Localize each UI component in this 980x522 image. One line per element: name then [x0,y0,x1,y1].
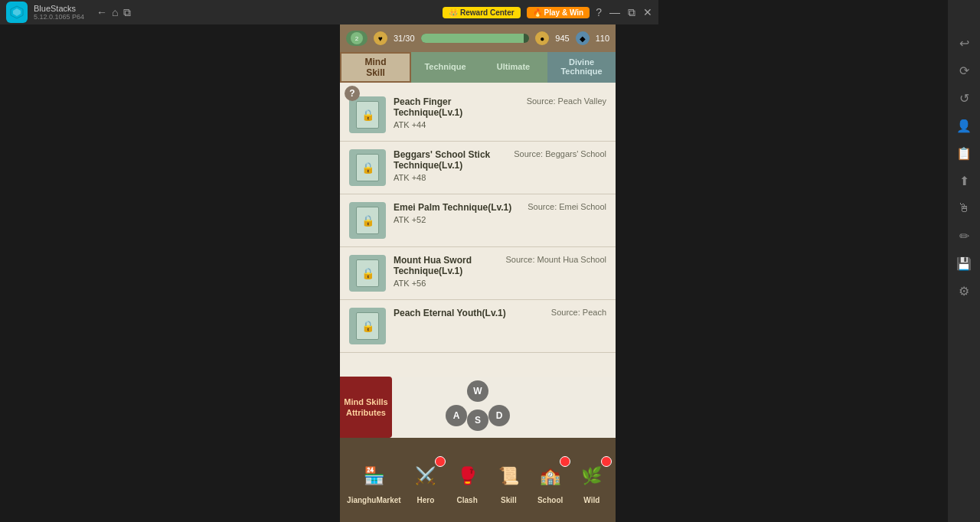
wild-label: Wild [583,496,599,504]
skill-book-1 [349,149,386,186]
play-win-button[interactable]: 🔥 Play & Win [527,7,590,18]
nav-jianghumarket[interactable]: 🏪 JianghuMarket [347,459,401,504]
school-label: School [537,496,563,504]
fire-icon: 🔥 [533,8,542,17]
wild-icon-wrap: 🌿 [575,459,609,493]
nav-buttons[interactable]: ← ⌂ ⧉ [96,6,130,19]
hero-icon-wrap: ⚔️ [409,459,443,493]
key-d[interactable]: D [488,405,510,426]
sidebar-icon-3[interactable]: 👤 [952,113,976,138]
help-icon[interactable]: ? [596,6,602,19]
skill-name-3: Mount Hua Sword Technique(Lv.1) [394,255,498,276]
sidebar-icon-2[interactable]: ↺ [952,86,976,110]
jianghumarket-label: JianghuMarket [347,496,401,504]
bluestacks-logo [6,2,28,23]
skill-item-4[interactable]: Peach Eternal Youth(Lv.1) Source: Peach [340,300,616,353]
back-icon[interactable]: ← [96,6,107,19]
school-icon-wrap: 🏫 [534,459,567,493]
skill-source-3: Source: Mount Hua School [506,255,606,264]
home-icon[interactable]: ⌂ [112,6,118,19]
skill-book-0 [349,96,386,133]
window-controls[interactable]: ? — ⧉ ✕ [596,6,652,19]
sidebar-icon-settings[interactable]: ⚙ [952,279,976,303]
minimize-icon[interactable]: — [609,6,620,19]
mind-skills-panel[interactable]: Mind Skills Attributes [340,377,392,438]
skill-source-4: Source: Peach [545,308,606,317]
sidebar-icon-5[interactable]: ⬆ [952,168,976,193]
close-icon[interactable]: ✕ [643,6,652,19]
jianghumarket-icon: 🏪 [357,459,390,493]
key-s[interactable]: S [467,409,488,431]
sidebar-icon-4[interactable]: 📋 [952,141,976,165]
skill-info-1: Beggars' School Stick Technique(Lv.1) AT… [394,149,506,182]
jianghumarket-icon-wrap: 🏪 [357,459,390,493]
sidebar-icon-8[interactable]: 💾 [952,251,976,276]
nav-school[interactable]: 🏫 School [534,459,567,504]
reward-center-button[interactable]: 👑 Reward Center [443,7,521,18]
tab-technique[interactable]: Technique [411,52,479,83]
skill-info-0: Peach Finger Technique(Lv.1) ATK +44 [394,96,519,129]
skill-name-0: Peach Finger Technique(Lv.1) [394,96,519,118]
key-layout: W A S D [432,380,524,434]
tab-mind-skill[interactable]: Mind Skill [340,52,411,83]
gem-value: 110 [596,34,609,43]
school-badge [560,456,570,467]
nav-wild[interactable]: 🌿 Wild [575,459,609,504]
crown-icon: 👑 [449,8,458,17]
tab-ultimate[interactable]: Ultimate [479,52,547,83]
skill-name-1: Beggars' School Stick Technique(Lv.1) [394,149,506,171]
skill-book-3 [349,255,386,292]
app-name: BlueStacks [34,4,84,13]
skill-info-2: Emei Palm Technique(Lv.1) ATK +52 [394,202,520,224]
skill-name-2: Emei Palm Technique(Lv.1) [394,202,520,213]
skill-icon: 📜 [492,459,525,493]
skill-tabs[interactable]: Mind Skill Technique Ultimate Divine Tec… [340,52,616,83]
status-bar: 2 ♥ 31/30 ● 945 ◆ 110 [340,24,616,52]
nav-skill[interactable]: 📜 Skill [492,459,525,504]
titlebar: BlueStacks 5.12.0.1065 P64 ← ⌂ ⧉ 👑 Rewar… [0,0,658,24]
skill-atk-0: ATK +44 [394,120,519,129]
gem-icon: ◆ [576,31,590,45]
left-background [0,24,340,522]
right-sidebar: ↩ ⟳ ↺ 👤 📋 ⬆ 🖱 ✏ 💾 ⚙ [948,0,980,522]
help-icon[interactable]: ? [345,86,360,101]
skill-item-0[interactable]: Peach Finger Technique(Lv.1) ATK +44 Sou… [340,89,616,142]
skill-book-4 [349,308,386,344]
nav-clash[interactable]: 🥊 Clash [450,459,484,504]
tab-divine[interactable]: Divine Technique [547,52,616,83]
skill-info-4: Peach Eternal Youth(Lv.1) [394,308,537,321]
restore-icon[interactable]: ⧉ [628,6,635,19]
level-icon: 2 [351,32,363,44]
skill-item-1[interactable]: Beggars' School Stick Technique(Lv.1) AT… [340,142,616,194]
key-w[interactable]: W [467,380,488,402]
skill-source-1: Source: Beggars' School [514,149,606,158]
coin-value: 945 [555,34,569,43]
xp-bar [421,34,530,43]
skill-source-2: Source: Emei School [528,202,606,211]
hero-label: Hero [417,496,435,504]
titlebar-right: 👑 Reward Center 🔥 Play & Win ? — ⧉ ✕ [443,6,652,19]
skill-atk-3: ATK +56 [394,279,498,288]
windows-icon[interactable]: ⧉ [123,6,131,19]
sidebar-icon-0[interactable]: ↩ [952,31,976,55]
skill-item-3[interactable]: Mount Hua Sword Technique(Lv.1) ATK +56 … [340,247,616,300]
level-badge: 2 [346,31,368,46]
sidebar-icon-6[interactable]: 🖱 [952,196,976,220]
hp-icon: ♥ [374,31,387,45]
skill-book-2 [349,202,386,239]
skill-atk-1: ATK +48 [394,173,506,182]
nav-hero[interactable]: ⚔️ Hero [409,459,443,504]
key-a[interactable]: A [446,405,467,426]
clash-icon-wrap: 🥊 [450,459,484,493]
skill-item-2[interactable]: Emei Palm Technique(Lv.1) ATK +52 Source… [340,194,616,247]
app-version: 5.12.0.1065 P64 [34,13,84,21]
skill-icon-wrap: 📜 [492,459,525,493]
skill-source-0: Source: Peach Valley [527,96,606,106]
sidebar-icon-7[interactable]: ✏ [952,223,976,248]
coin-icon: ● [535,31,549,45]
sidebar-icon-1[interactable]: ⟳ [952,58,976,83]
clash-icon: 🥊 [450,459,484,493]
xp-fill [421,34,524,43]
skill-label: Skill [501,496,517,504]
clash-label: Clash [457,496,478,504]
